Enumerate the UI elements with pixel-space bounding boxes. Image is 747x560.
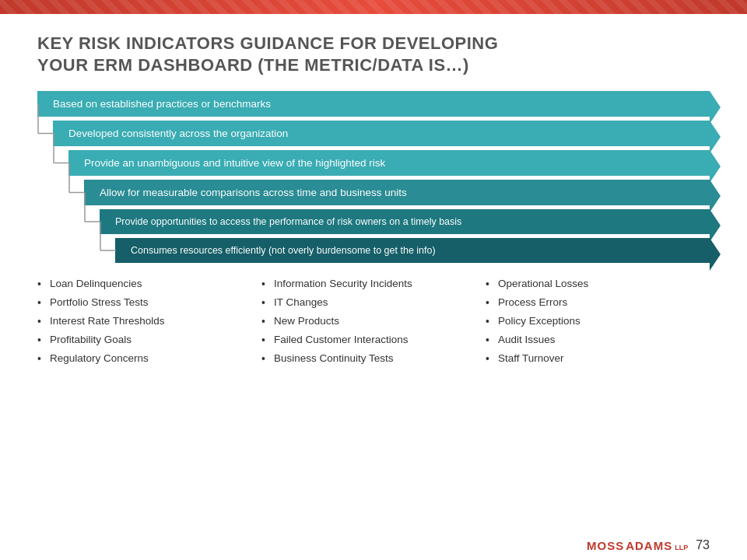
- bullet-list-col3: Operational LossesProcess ErrorsPolicy E…: [486, 277, 702, 366]
- list-item: Policy Exceptions: [486, 314, 702, 329]
- list-item: Regulatory Concerns: [37, 352, 254, 366]
- list-item: IT Changes: [261, 296, 478, 310]
- cascade-row-5: Provide opportunities to access the perf…: [37, 209, 710, 234]
- logo-llp: LLP: [675, 544, 688, 551]
- page-number: 73: [696, 538, 710, 552]
- cascade-block-2: Developed consistently across the organi…: [53, 121, 710, 146]
- bullet-column-col3: Operational LossesProcess ErrorsPolicy E…: [486, 277, 710, 369]
- bullet-list-col2: Information Security IncidentsIT Changes…: [261, 277, 478, 366]
- list-item: Interest Rate Thresholds: [37, 314, 254, 329]
- list-item: New Products: [261, 314, 478, 329]
- cascade-block-1: Based on established practices or benchm…: [37, 91, 710, 117]
- list-item: Information Security Incidents: [261, 277, 478, 292]
- logo-adams: ADAMS: [626, 539, 672, 552]
- bullet-section: Loan DelinquenciesPortfolio Stress Tests…: [37, 277, 710, 369]
- logo-moss: MOSS: [587, 539, 624, 552]
- list-item: Loan Delinquencies: [37, 277, 254, 292]
- cascade-block-3: Provide an unambiguous and intuitive vie…: [68, 150, 710, 176]
- moss-adams-logo: MOSS ADAMS LLP: [587, 539, 688, 552]
- list-item: Operational Losses: [486, 277, 702, 292]
- cascade-row-1: Based on established practices or benchm…: [37, 91, 710, 117]
- cascade-row-3: Provide an unambiguous and intuitive vie…: [37, 150, 710, 176]
- list-item: Failed Customer Interactions: [261, 333, 478, 348]
- cascade-row-6: Consumes resources efficiently (not over…: [37, 238, 710, 263]
- cascade-block-6: Consumes resources efficiently (not over…: [115, 238, 710, 263]
- list-item: Profitability Goals: [37, 333, 254, 348]
- bullet-column-col1: Loan DelinquenciesPortfolio Stress Tests…: [37, 277, 261, 369]
- cascade-block-5: Provide opportunities to access the perf…: [100, 209, 710, 234]
- title-line1: KEY RISK INDICATORS GUIDANCE FOR DEVELOP…: [37, 33, 498, 53]
- cascade-container: Based on established practices or benchm…: [37, 91, 710, 263]
- top-decorative-band: [0, 0, 747, 14]
- cascade-block-4: Allow for measurable comparisons across …: [84, 180, 710, 205]
- bullet-column-col2: Information Security IncidentsIT Changes…: [261, 277, 486, 369]
- list-item: Audit Issues: [486, 333, 702, 348]
- list-item: Staff Turnover: [486, 352, 702, 366]
- list-item: Process Errors: [486, 296, 702, 310]
- bottom-bar: MOSS ADAMS LLP 73: [587, 538, 710, 552]
- cascade-row-4: Allow for measurable comparisons across …: [37, 180, 710, 205]
- main-content: KEY RISK INDICATORS GUIDANCE FOR DEVELOP…: [0, 14, 747, 560]
- title-line2: YOUR ERM DASHBOARD (THE METRIC/DATA IS…): [37, 55, 469, 75]
- list-item: Portfolio Stress Tests: [37, 296, 254, 310]
- cascade-row-2: Developed consistently across the organi…: [37, 121, 710, 146]
- bullet-list-col1: Loan DelinquenciesPortfolio Stress Tests…: [37, 277, 254, 366]
- page-title: KEY RISK INDICATORS GUIDANCE FOR DEVELOP…: [37, 33, 710, 75]
- list-item: Business Continuity Tests: [261, 352, 478, 366]
